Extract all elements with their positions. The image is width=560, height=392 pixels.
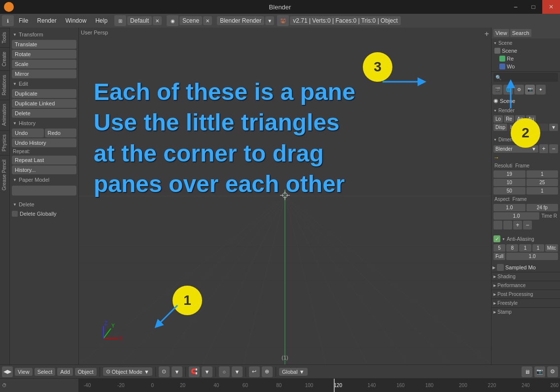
sampled-checkbox[interactable] — [497, 264, 504, 271]
maximize-button[interactable]: □ — [525, 0, 542, 14]
frame-x-field[interactable]: 1 — [526, 170, 559, 178]
mitc-label[interactable]: Mitc — [545, 244, 558, 252]
ima-expand[interactable]: ▼ — [549, 124, 558, 131]
global-dropdown[interactable]: Global ▼ — [279, 368, 308, 376]
close-button[interactable]: ✕ — [542, 0, 560, 14]
tool-icon-2[interactable]: ⊕ — [262, 366, 273, 377]
full-val[interactable]: 1.0 — [506, 253, 558, 260]
view-button[interactable]: View — [493, 29, 509, 37]
engine-icon[interactable]: 🐻 — [277, 15, 289, 26]
viewport-nav-icon[interactable]: ◀▶ — [2, 366, 13, 377]
snap-icon[interactable]: 🧲 — [189, 366, 200, 377]
rotate-button[interactable]: Rotate — [12, 50, 76, 59]
transform-header[interactable]: Transform — [12, 30, 76, 39]
select-menu-btn[interactable]: Select — [35, 368, 56, 376]
viewport[interactable]: User Persp + Each of these is a pane Use… — [79, 28, 491, 364]
engine-label[interactable]: Blender Render — [217, 16, 264, 25]
tab-grease-pencil[interactable]: Grease Pencil — [0, 155, 9, 195]
frame-pct-field[interactable]: 1 — [526, 187, 559, 195]
edit-header[interactable]: Edit — [12, 79, 76, 89]
translate-button[interactable]: Translate — [12, 40, 76, 49]
disp-btn[interactable]: Disp — [493, 124, 507, 131]
color-btn-2[interactable] — [503, 221, 512, 229]
minus-btn[interactable]: − — [549, 144, 558, 153]
snap-expand[interactable]: ▼ — [202, 366, 212, 377]
proportional-expand[interactable]: ▼ — [232, 366, 243, 377]
aa-val-3[interactable]: 1 — [519, 244, 531, 252]
stamp-item[interactable]: Stamp — [491, 307, 560, 316]
render-section-title[interactable]: Render — [493, 107, 558, 114]
performance-item[interactable]: Performance — [491, 281, 560, 290]
add-frame-btn[interactable]: + — [513, 221, 522, 229]
add-menu-btn[interactable]: Add — [57, 368, 73, 376]
full-label[interactable]: Full — [493, 253, 505, 260]
history-btn[interactable]: History... — [12, 165, 76, 174]
render-props-icon[interactable]: 🎬 — [492, 85, 502, 95]
scene-close-btn[interactable]: ✕ — [203, 16, 212, 25]
aspect-y-field[interactable]: 1.0 — [493, 212, 539, 220]
pivot-icon[interactable]: ⊙ — [159, 366, 170, 377]
menu-file[interactable]: File — [15, 16, 32, 25]
shading-item[interactable]: Shading — [491, 272, 560, 281]
layout-label[interactable]: Default — [127, 16, 152, 25]
world-props-icon[interactable]: ⚙ — [514, 85, 524, 95]
tab-tools[interactable]: Tools — [0, 28, 9, 47]
layout-close-btn[interactable]: ✕ — [153, 16, 162, 25]
render-icon-1[interactable]: 🖥 — [522, 366, 532, 377]
freestyle-item[interactable]: Freestyle — [491, 298, 560, 307]
pivot-expand[interactable]: ▼ — [172, 366, 182, 377]
render-lo-btn[interactable]: Lo — [493, 115, 503, 123]
aa-val-4[interactable]: 1 — [532, 244, 544, 252]
info-icon[interactable]: ℹ — [2, 15, 14, 26]
menu-window[interactable]: Window — [62, 16, 91, 25]
duplicate-linked-button[interactable]: Duplicate Linked — [12, 99, 76, 108]
minimize-button[interactable]: – — [507, 0, 525, 14]
mirror-button[interactable]: Mirror — [12, 69, 76, 78]
search-button[interactable]: Search — [510, 29, 531, 37]
view-menu-btn[interactable]: View — [15, 368, 33, 376]
tab-create[interactable]: Create — [0, 47, 9, 70]
aa-title[interactable]: Anti-Aliasing — [502, 236, 534, 242]
redo-button[interactable]: Redo — [45, 129, 77, 137]
undo-button[interactable]: Undo — [12, 129, 44, 137]
tab-physics[interactable]: Physics — [0, 130, 9, 155]
res-x-field[interactable]: 19 — [493, 170, 525, 178]
sampled-row[interactable]: ▶ Sampled Mo — [491, 263, 560, 272]
menu-render[interactable]: Render — [33, 16, 60, 25]
delete-globally-checkbox[interactable] — [12, 211, 18, 217]
aa-val-2[interactable]: 8 — [506, 244, 518, 252]
render-icon-3[interactable]: ⚙ — [547, 366, 558, 377]
scene-item-scene[interactable]: Scene — [493, 47, 558, 55]
color-btn-1[interactable] — [493, 221, 502, 229]
tab-animation[interactable]: Animation — [0, 99, 9, 130]
render-re-btn[interactable]: Re — [504, 115, 514, 123]
delete-section-header[interactable]: Delete — [12, 199, 76, 209]
fps-field[interactable]: 24 fp — [526, 204, 559, 211]
scene-icon[interactable]: ◉ — [167, 15, 178, 26]
undo-history-button[interactable]: Undo History — [12, 138, 76, 147]
res-pct-field[interactable]: 50 — [493, 187, 525, 195]
paper-model-header[interactable]: Paper Model — [12, 175, 76, 185]
mode-dropdown[interactable]: ⊙ Object Mode ▼ — [103, 367, 152, 376]
viewport-expand-btn[interactable]: + — [485, 30, 489, 38]
object-props-icon[interactable]: 📷 — [525, 85, 535, 95]
object-menu-btn[interactable]: Object — [75, 368, 97, 376]
scene-props-icon[interactable]: 🌐 — [503, 85, 513, 95]
scale-button[interactable]: Scale — [12, 60, 76, 68]
aa-val-1[interactable]: 5 — [493, 244, 505, 252]
delete-button[interactable]: Delete — [12, 109, 76, 118]
menu-help[interactable]: Help — [91, 16, 111, 25]
render-icon-2[interactable]: 📷 — [534, 366, 545, 377]
scene-item-re[interactable]: Re — [493, 55, 558, 63]
search-bar[interactable]: 🔍 — [493, 73, 558, 82]
aspect-x-field[interactable]: 1.0 — [493, 204, 525, 211]
res-y-field[interactable]: 10 — [493, 179, 525, 186]
layout-icon[interactable]: ⊞ — [114, 15, 126, 26]
scene-item-wo[interactable]: Wo — [493, 63, 558, 70]
scene-label[interactable]: Scene — [179, 16, 202, 25]
remove-frame-btn[interactable]: − — [523, 221, 532, 229]
history-header[interactable]: History — [12, 118, 76, 128]
frame-y-field[interactable]: 25 — [526, 179, 559, 186]
engine-expand[interactable]: ▼ — [265, 16, 274, 25]
repeat-last-button[interactable]: Repeat Last — [12, 156, 76, 164]
